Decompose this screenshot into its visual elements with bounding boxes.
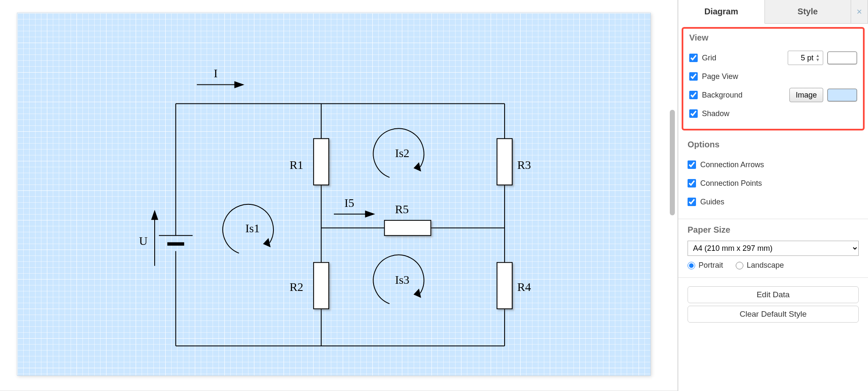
label-Is1: Is1 xyxy=(245,222,259,235)
stepper-arrows-icon[interactable]: ▲▼ xyxy=(816,52,822,64)
tab-diagram[interactable]: Diagram xyxy=(678,0,765,24)
label-R1: R1 xyxy=(289,158,303,171)
background-color-swatch[interactable] xyxy=(827,89,857,101)
clear-default-style-button[interactable]: Clear Default Style xyxy=(688,306,859,323)
portrait-radio[interactable] xyxy=(688,262,695,269)
connection-points-checkbox[interactable] xyxy=(688,179,696,187)
label-R2: R2 xyxy=(289,280,303,293)
svg-marker-19 xyxy=(366,211,374,217)
paper-size-select[interactable]: A4 (210 mm x 297 mm) xyxy=(688,241,859,256)
svg-marker-22 xyxy=(414,288,421,298)
view-section-title: View xyxy=(689,33,857,43)
label-R4: R4 xyxy=(517,280,531,293)
background-image-button[interactable]: Image xyxy=(789,88,823,102)
label-Is2: Is2 xyxy=(395,147,409,160)
grid-checkbox[interactable] xyxy=(689,54,698,62)
options-section: Options Connection Arrows Connection Poi… xyxy=(678,134,868,219)
connection-arrows-label[interactable]: Connection Arrows xyxy=(688,160,764,169)
paper-size-title: Paper Size xyxy=(688,225,859,235)
landscape-radio-label[interactable]: Landscape xyxy=(736,261,784,270)
label-I5: I5 xyxy=(344,196,354,209)
tab-close-icon[interactable]: × xyxy=(851,0,868,23)
connection-arrows-checkbox[interactable] xyxy=(688,160,696,169)
grid-color-swatch[interactable] xyxy=(827,52,857,64)
svg-rect-14 xyxy=(314,263,329,309)
svg-rect-13 xyxy=(314,138,329,185)
tab-style[interactable]: Style xyxy=(765,0,852,23)
label-I: I xyxy=(214,67,218,80)
options-section-title: Options xyxy=(688,140,859,149)
connection-points-label[interactable]: Connection Points xyxy=(688,179,762,188)
format-sidebar: Diagram Style × View Grid ▲▼ Page View xyxy=(678,0,868,391)
canvas-area[interactable]: U I R1 R2 R3 R4 xyxy=(0,0,678,391)
edit-data-button[interactable]: Edit Data xyxy=(688,286,859,303)
background-checkbox[interactable] xyxy=(689,91,698,99)
view-section-highlight: View Grid ▲▼ Page View Background xyxy=(682,27,865,130)
label-U: U xyxy=(139,234,147,247)
shadow-checkbox-label[interactable]: Shadow xyxy=(689,109,729,118)
svg-rect-17 xyxy=(385,220,431,236)
pageview-checkbox[interactable] xyxy=(689,72,698,81)
svg-marker-21 xyxy=(414,162,421,171)
sidebar-tabs: Diagram Style × xyxy=(678,0,868,24)
pageview-checkbox-label[interactable]: Page View xyxy=(689,72,738,81)
guides-checkbox[interactable] xyxy=(688,198,696,206)
svg-marker-10 xyxy=(152,211,158,220)
svg-marker-12 xyxy=(235,82,243,88)
background-checkbox-label[interactable]: Background xyxy=(689,91,742,100)
portrait-radio-label[interactable]: Portrait xyxy=(688,261,723,270)
label-R3: R3 xyxy=(517,158,531,171)
grid-size-stepper[interactable]: ▲▼ xyxy=(788,51,823,65)
shadow-checkbox[interactable] xyxy=(689,109,698,118)
svg-rect-16 xyxy=(497,263,512,309)
page-canvas[interactable]: U I R1 R2 R3 R4 xyxy=(17,13,651,376)
grid-checkbox-label[interactable]: Grid xyxy=(689,54,716,62)
landscape-radio[interactable] xyxy=(736,262,743,269)
label-Is3: Is3 xyxy=(395,273,409,286)
paper-size-section: Paper Size A4 (210 mm x 297 mm) Portrait… xyxy=(678,219,868,278)
scrollbar-vertical[interactable] xyxy=(670,110,675,215)
guides-label[interactable]: Guides xyxy=(688,198,724,206)
label-R5: R5 xyxy=(395,203,409,216)
circuit-diagram: U I R1 R2 R3 R4 xyxy=(17,13,650,375)
svg-rect-15 xyxy=(497,138,512,185)
svg-marker-20 xyxy=(263,238,270,247)
actions-section: Edit Data Clear Default Style xyxy=(678,278,868,330)
